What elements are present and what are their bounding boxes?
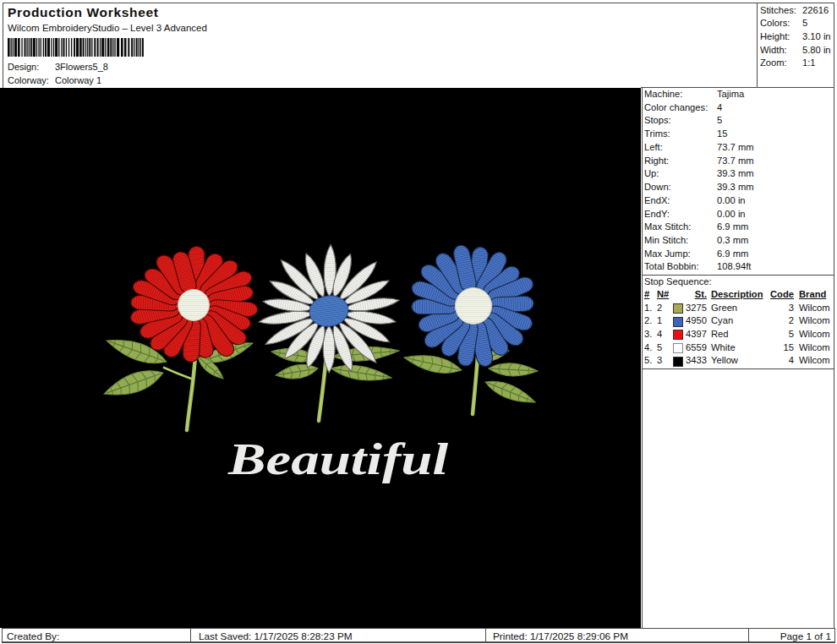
svg-text:Beautiful: Beautiful <box>227 435 449 483</box>
